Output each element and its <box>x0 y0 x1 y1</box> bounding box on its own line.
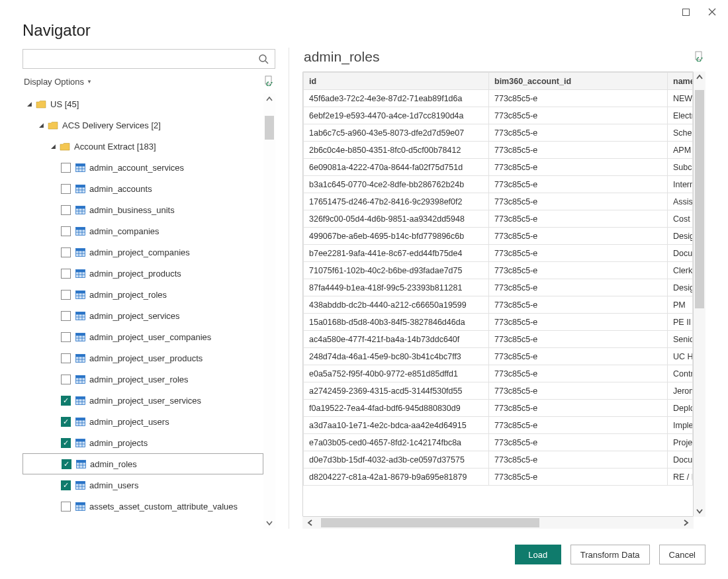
scroll-left-icon[interactable] <box>302 517 318 529</box>
table-row[interactable]: 2b6c0c4e-b850-4351-8fc0-d5cf00b78412773c… <box>304 142 693 159</box>
checkbox[interactable]: ✓ <box>61 480 71 490</box>
grid-vertical-scrollbar[interactable] <box>694 71 705 517</box>
table-row[interactable]: b3a1c645-0770-4ce2-8dfe-bb286762b24b773c… <box>304 176 693 193</box>
scrollbar-thumb[interactable] <box>265 116 274 140</box>
checkbox[interactable] <box>61 502 71 512</box>
collapse-icon[interactable]: ◢ <box>49 143 57 150</box>
collapse-icon[interactable]: ◢ <box>37 122 45 128</box>
checkbox[interactable]: ✓ <box>62 459 71 469</box>
tree-item[interactable]: admin_companies <box>23 220 263 242</box>
table-cell: 6e09081a-4222-470a-8644-fa02f75d751d <box>304 159 489 176</box>
table-row[interactable]: b7ee2281-9afa-441e-8c67-edd44fb75de4773c… <box>304 245 693 262</box>
tree-item[interactable]: admin_project_services <box>23 305 263 326</box>
tree-item[interactable]: admin_project_user_products <box>23 347 263 369</box>
search-field[interactable] <box>23 49 275 69</box>
tree-item[interactable]: admin_project_roles <box>23 284 263 305</box>
refresh-preview-icon[interactable] <box>694 51 704 64</box>
table-row[interactable]: 499067be-a6eb-4695-b14c-bfd779896c6b773c… <box>304 228 693 245</box>
table-row[interactable]: 17651475-d246-47b2-8416-9c29398ef0f2773c… <box>304 193 693 210</box>
tree-folder-us[interactable]: ◢ US [45] <box>23 93 263 114</box>
table-row[interactable]: 15a0168b-d5d8-40b3-84f5-3827846d46da773c… <box>304 314 693 331</box>
column-header-name[interactable]: name <box>668 73 693 90</box>
svg-rect-30 <box>75 227 85 230</box>
checkbox[interactable]: ✓ <box>61 438 71 448</box>
table-row[interactable]: f0a19522-7ea4-4fad-bdf6-945d880830d9773c… <box>304 400 693 417</box>
scroll-down-icon[interactable] <box>694 505 705 517</box>
table-row[interactable]: e7a03b05-ced0-4657-8fd2-1c42174fbc8a773c… <box>304 434 693 451</box>
refresh-icon[interactable] <box>264 75 274 88</box>
tree-folder-account-extract[interactable]: ◢ Account Extract [183] <box>23 136 263 157</box>
collapse-icon[interactable]: ◢ <box>25 101 33 107</box>
table-row[interactable]: 6e09081a-4222-470a-8644-fa02f75d751d773c… <box>304 159 693 176</box>
scroll-down-icon[interactable] <box>263 517 275 529</box>
tree-item[interactable]: ✓admin_project_user_services <box>23 390 263 411</box>
tree-item-label: admin_project_roles <box>89 290 167 300</box>
table-row[interactable]: a2742459-2369-4315-acd5-3144f530fd55773c… <box>304 382 693 400</box>
tree-item[interactable]: assets_asset_custom_attribute_values <box>23 496 263 517</box>
tree-item[interactable]: ✓admin_users <box>23 474 263 496</box>
checkbox[interactable] <box>61 184 71 194</box>
column-header-id[interactable]: id <box>304 73 489 90</box>
table-row[interactable]: 6ebf2e19-e593-4470-a4ce-1d7cc8190d4a773c… <box>304 107 693 124</box>
maximize-button[interactable] <box>676 5 695 19</box>
tree-item[interactable]: admin_business_units <box>23 199 263 220</box>
search-input[interactable] <box>23 50 252 68</box>
tree-scrollbar[interactable] <box>263 93 275 529</box>
tree-item[interactable]: admin_project_companies <box>23 242 263 263</box>
table-row[interactable]: 438abddb-dc2b-4440-a212-c66650a19599773c… <box>304 296 693 314</box>
table-row[interactable]: d0e7d3bb-15df-4032-ad3b-ce0597d37575773c… <box>304 451 693 468</box>
tree-item[interactable]: ✓admin_project_users <box>23 411 263 432</box>
checkbox[interactable]: ✓ <box>61 417 71 427</box>
table-cell: RE / R <box>668 468 693 486</box>
table-cell: Jerom <box>668 382 693 400</box>
checkbox[interactable] <box>61 269 71 279</box>
checkbox[interactable] <box>61 311 71 321</box>
checkbox[interactable] <box>61 290 71 300</box>
scroll-right-icon[interactable] <box>678 517 694 529</box>
table-cell: d0e7d3bb-15df-4032-ad3b-ce0597d37575 <box>304 451 489 468</box>
tree-item[interactable]: admin_accounts <box>23 178 263 199</box>
data-grid[interactable]: id bim360_account_id name 45f6ade3-72c2-… <box>302 71 694 517</box>
tree-item[interactable]: admin_project_user_companies <box>23 326 263 347</box>
tree-item[interactable]: ✓admin_roles <box>23 453 263 474</box>
transform-data-button[interactable]: Transform Data <box>570 545 650 564</box>
table-cell: ac4a580e-477f-421f-ba4a-14b73ddc640f <box>304 331 489 348</box>
table-row[interactable]: 45f6ade3-72c2-4e3e-87d2-71eab89f1d6a773c… <box>304 90 693 107</box>
tree-folder-acs[interactable]: ◢ ACS Delivery Services [2] <box>23 114 263 136</box>
tree-item[interactable]: admin_project_products <box>23 263 263 284</box>
checkbox[interactable] <box>61 332 71 342</box>
table-row[interactable]: e0a5a752-f95f-40b0-9772-e851d85dffd1773c… <box>304 365 693 382</box>
tree-item[interactable]: admin_account_services <box>23 157 263 178</box>
table-row[interactable]: ac4a580e-477f-421f-ba4a-14b73ddc640f773c… <box>304 331 693 348</box>
checkbox[interactable] <box>61 247 71 257</box>
table-row[interactable]: a3d7aa10-1e71-4e2c-bdca-aa42e4d64915773c… <box>304 417 693 434</box>
tree-item[interactable]: ✓admin_projects <box>23 432 263 453</box>
scroll-up-icon[interactable] <box>694 71 705 83</box>
search-icon[interactable] <box>252 50 275 68</box>
checkbox[interactable] <box>61 163 71 173</box>
checkbox[interactable] <box>61 353 71 363</box>
table-row[interactable]: d8204227-c81a-42a1-8679-b9a695e81879773c… <box>304 468 693 486</box>
cancel-button[interactable]: Cancel <box>659 545 705 564</box>
svg-rect-60 <box>75 333 85 335</box>
table-row[interactable]: 71075f61-102b-40c2-b6be-d93fadae7d75773c… <box>304 262 693 279</box>
table-row[interactable]: 248d74da-46a1-45e9-bc80-3b41c4bc7ff3773c… <box>304 348 693 365</box>
table-row[interactable]: 326f9c00-05d4-4d6b-9851-aa9342dd5948773c… <box>304 210 693 228</box>
checkbox[interactable] <box>61 205 71 215</box>
display-options-dropdown[interactable]: Display Options ▼ <box>24 77 92 87</box>
load-button[interactable]: Load <box>515 545 561 564</box>
scrollbar-thumb[interactable] <box>695 90 704 308</box>
navigation-tree[interactable]: ◢ US [45] ◢ ACS Delivery Services [2] <box>23 93 263 529</box>
scroll-up-icon[interactable] <box>263 93 275 105</box>
close-button[interactable] <box>703 5 721 19</box>
checkbox[interactable] <box>61 375 71 384</box>
tree-item-label: assets_asset_custom_attribute_values <box>89 502 238 512</box>
grid-horizontal-scrollbar[interactable] <box>302 517 694 529</box>
table-row[interactable]: 1ab6c7c5-a960-43e5-8073-dfe2d7d59e07773c… <box>304 124 693 142</box>
table-row[interactable]: 87fa4449-b1ea-418f-99c5-23393b811281773c… <box>304 279 693 296</box>
scrollbar-thumb[interactable] <box>321 518 539 527</box>
tree-item[interactable]: admin_project_user_roles <box>23 369 263 390</box>
column-header-account[interactable]: bim360_account_id <box>489 73 668 90</box>
checkbox[interactable]: ✓ <box>61 396 71 406</box>
checkbox[interactable] <box>61 226 71 236</box>
